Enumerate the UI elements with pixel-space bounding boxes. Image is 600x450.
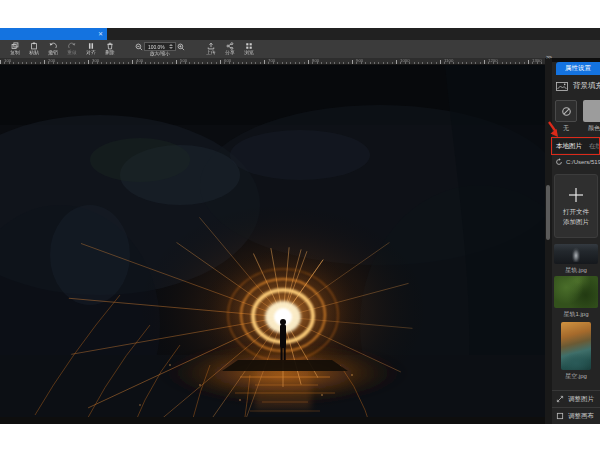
undo-button[interactable]: 撤销 <box>43 42 62 57</box>
image-source-select[interactable]: 本地图片 在线图片 <box>553 139 600 153</box>
image-thumbnail-3[interactable] <box>561 322 591 370</box>
delete-label: 删除 <box>105 50 114 55</box>
share-label: 分享 <box>225 50 234 55</box>
ruler-label: 900 <box>356 58 363 62</box>
paste-icon <box>30 42 38 50</box>
image-folder-path[interactable]: C:/Users/5199 <box>555 158 600 166</box>
undo-icon <box>49 42 57 50</box>
refresh-icon[interactable] <box>555 158 563 166</box>
zoom-level-input[interactable]: 100.0% <box>144 42 176 51</box>
fill-none-tile[interactable] <box>555 100 577 122</box>
ruler-label: 400 <box>136 58 143 62</box>
ruler-label: 300 <box>92 58 99 62</box>
ruler-label: 700 <box>268 58 275 62</box>
browse-grid-icon <box>245 42 253 50</box>
ruler-label: 1000 <box>400 58 410 62</box>
canvas-frame-icon <box>556 412 564 420</box>
screenshot-page: ✕ 复制 粘贴 撤销 重做 <box>0 0 600 450</box>
source-alt-option[interactable]: 在线图片 <box>582 142 600 151</box>
tab-close-icon[interactable]: ✕ <box>98 31 103 37</box>
delete-button[interactable]: 删除 <box>100 42 119 57</box>
adjust-image-label: 调整图片 <box>568 395 594 404</box>
paste-label: 粘贴 <box>29 50 38 55</box>
vertical-scrollbar[interactable] <box>546 185 550 240</box>
zoom-value: 100.0% <box>148 44 165 49</box>
fill-none-label: 无 <box>555 124 577 133</box>
zoom-controls: 100.0% 放大/缩小 <box>129 42 191 58</box>
ruler-label: 200 <box>48 58 55 62</box>
zoom-in-icon[interactable] <box>177 43 185 51</box>
upload-label: 上传 <box>206 50 215 55</box>
ruler-label: 800 <box>312 58 319 62</box>
redo-button[interactable]: 重做 <box>62 42 81 57</box>
image-name-2: 星轨1.jpg <box>552 310 600 319</box>
paste-button[interactable]: 粘贴 <box>24 42 43 57</box>
upload-icon <box>207 42 215 50</box>
toolbar: 复制 粘贴 撤销 重做 对齐 <box>0 40 600 58</box>
ruler-label: 100 <box>4 58 11 62</box>
resize-diagonal-icon <box>556 395 564 403</box>
image-thumbnail-1[interactable] <box>554 244 598 264</box>
fill-color-label: 颜色 <box>583 124 600 133</box>
plus-icon <box>567 186 585 204</box>
zoom-label: 放大/缩小 <box>150 51 170 56</box>
title-bar: ✕ <box>0 28 600 40</box>
folder-path-text: C:/Users/5199 <box>566 159 600 165</box>
upload-button[interactable]: 上传 <box>201 42 220 57</box>
share-button[interactable]: 分享 <box>220 42 239 57</box>
section-title: 背景填充 <box>573 81 600 91</box>
ruler-label: 600 <box>224 58 231 62</box>
image-name-1: 星轨.jpg <box>552 266 600 275</box>
open-file-line1: 打开文件 <box>563 208 589 216</box>
trash-icon <box>106 42 114 50</box>
redo-icon <box>68 42 76 50</box>
image-name-3: 星空.jpg <box>552 372 600 381</box>
image-icon <box>556 82 568 91</box>
background-fill-section: 背景填充 <box>556 81 600 91</box>
copy-label: 复制 <box>10 50 19 55</box>
canvas-photo[interactable] <box>0 65 545 417</box>
zoom-out-icon[interactable] <box>135 43 143 51</box>
adjust-canvas-row[interactable]: 调整画布 <box>552 407 600 424</box>
adjust-canvas-label: 调整画布 <box>568 412 594 421</box>
app-window: ✕ 复制 粘贴 撤销 重做 <box>0 28 600 424</box>
panel-expander[interactable]: >> <box>546 54 551 60</box>
document-tab[interactable]: ✕ <box>0 28 107 40</box>
ruler-label: 500 <box>180 58 187 62</box>
redo-label: 重做 <box>67 50 76 55</box>
copy-icon <box>11 42 19 50</box>
align-button[interactable]: 对齐 <box>81 42 100 57</box>
properties-panel: 属性设置 背景填充 无 颜色 本地图片 在线图片 <box>552 62 600 424</box>
source-selected[interactable]: 本地图片 <box>553 142 582 151</box>
none-icon <box>561 106 572 117</box>
open-file-button[interactable]: 打开文件 添加图片 <box>554 174 598 238</box>
browse-button[interactable]: 浏览 <box>239 42 258 57</box>
steel-wool-photo <box>0 65 545 417</box>
horizontal-ruler: 100 200 300 400 500 600 700 800 900 1000… <box>0 58 545 65</box>
align-icon <box>87 42 95 50</box>
panel-header[interactable]: 属性设置 <box>556 62 600 75</box>
ruler-label: 1300 <box>532 58 542 62</box>
open-file-line2: 添加图片 <box>563 218 589 226</box>
share-icon <box>226 42 234 50</box>
panel-gutter <box>545 58 552 424</box>
undo-label: 撤销 <box>48 50 57 55</box>
copy-button[interactable]: 复制 <box>5 42 24 57</box>
ruler-label: 1200 <box>488 58 498 62</box>
zoom-stepper[interactable] <box>169 43 174 50</box>
fill-color-swatch[interactable] <box>583 100 600 122</box>
browse-label: 浏览 <box>244 50 253 55</box>
ruler-label: 1100 <box>444 58 453 62</box>
image-thumbnail-2[interactable] <box>554 276 598 308</box>
align-label: 对齐 <box>86 50 95 55</box>
adjust-image-row[interactable]: 调整图片 <box>552 390 600 407</box>
